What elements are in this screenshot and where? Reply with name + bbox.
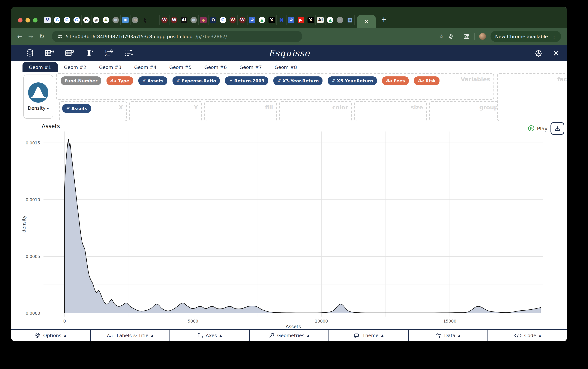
o-icon: O <box>210 17 216 23</box>
variable-pill-return.2009[interactable]: #Return.2009 <box>225 76 268 85</box>
variable-pill-x3.year.return[interactable]: #X3.Year.Return <box>273 76 323 85</box>
axes-collapse-button[interactable]: Axes▲ <box>170 330 250 341</box>
pinned-tab[interactable]: W <box>228 15 238 25</box>
pill-label: Fund.Number <box>64 78 97 83</box>
code-collapse-button[interactable]: Code▲ <box>488 330 567 341</box>
size-dropzone[interactable]: size <box>354 101 427 121</box>
pill-label: X3.Year.Return <box>283 78 319 83</box>
geom-tab-7[interactable]: Geom #7 <box>233 62 268 72</box>
bottom-collapse-bar: Options▲AaLabels & Title▲Axes▲Geometries… <box>11 329 567 341</box>
pinned-tab[interactable]: ▦ <box>345 15 355 25</box>
pinned-tab[interactable]: ♣ <box>101 15 111 25</box>
variables-dropzone[interactable]: Fund.NumberAaType#Assets#Expense.Ratio#R… <box>56 73 494 100</box>
address-bar[interactable]: 513a0d3b16f84f9f9871d793a7f53c85.app.pos… <box>52 31 302 42</box>
variable-pill-expense.ratio[interactable]: #Expense.Ratio <box>172 76 220 85</box>
pinned-tab[interactable]: ◆ <box>199 15 209 25</box>
play-button[interactable]: Play <box>528 125 547 131</box>
extensions-icon[interactable] <box>448 33 454 39</box>
chrome-update-button[interactable]: New Chrome available ⋮ <box>491 31 561 42</box>
pinned-tab[interactable]: X <box>306 15 316 25</box>
geom-tab-8[interactable]: Geom #8 <box>268 62 303 72</box>
svg-text:Assets: Assets <box>42 123 60 130</box>
download-plot-button[interactable] <box>550 122 564 135</box>
theme-collapse-button[interactable]: Theme▲ <box>329 330 409 341</box>
reload-button[interactable]: ↻ <box>39 33 44 40</box>
pinned-tab[interactable]: O <box>209 15 218 25</box>
pinned-tab[interactable]: ▣ <box>121 15 130 25</box>
group-dropzone[interactable]: group <box>429 101 502 121</box>
menu-kebab-icon[interactable]: ⋮ <box>552 33 556 39</box>
filter-data-icon[interactable]: 1 2 <box>104 49 114 57</box>
site-settings-icon[interactable] <box>57 33 63 39</box>
pinned-tab[interactable]: a <box>82 15 92 25</box>
zoom-window-button[interactable] <box>33 18 38 22</box>
variable-pill-assets[interactable]: #Assets <box>62 104 91 113</box>
pinned-tab[interactable]: W <box>238 15 248 25</box>
pinned-tab[interactable]: ⊕ <box>335 15 345 25</box>
fill-dropzone[interactable]: fill <box>204 101 277 121</box>
geom-tab-6[interactable]: Geom #6 <box>198 62 233 72</box>
pinned-tab[interactable]: ♔ <box>286 15 296 25</box>
forward-button[interactable]: → <box>28 33 33 40</box>
pinned-tab[interactable] <box>150 15 160 25</box>
pinned-tab[interactable]: G <box>72 15 82 25</box>
pill-label: Return.2009 <box>234 78 264 83</box>
pinned-tab[interactable]: ▲ <box>257 15 267 25</box>
pinned-tab[interactable]: ⊕ <box>111 15 121 25</box>
options-collapse-button[interactable]: Options▲ <box>11 330 91 341</box>
minimize-window-button[interactable] <box>25 18 30 22</box>
variable-pill-type[interactable]: AaType <box>106 76 133 85</box>
variable-pill-fund.number[interactable]: Fund.Number <box>61 76 101 85</box>
facet-dropzone[interactable]: facet <box>497 73 567 121</box>
pinned-tab[interactable]: N <box>277 15 286 25</box>
import-data-icon[interactable] <box>25 49 34 57</box>
create-column-icon[interactable] <box>85 49 94 57</box>
variable-pill-x5.year.return[interactable]: #X5.Year.Return <box>328 76 377 85</box>
back-button[interactable]: ← <box>17 33 22 40</box>
variable-pill-assets[interactable]: #Assets <box>138 76 167 85</box>
x-dropzone[interactable]: X#Assets <box>59 101 127 121</box>
geom-tab-2[interactable]: Geom #2 <box>58 62 93 72</box>
color-dropzone[interactable]: color <box>279 101 352 121</box>
geometries-collapse-button[interactable]: Geometries▲ <box>250 330 329 341</box>
data-collapse-button[interactable]: Data▲ <box>409 330 488 341</box>
settings-gear-icon[interactable] <box>534 49 543 58</box>
sort-data-icon[interactable] <box>125 49 134 57</box>
pinned-tab[interactable]: ξ <box>140 15 150 25</box>
pinned-tab[interactable]: ⊕ <box>189 15 199 25</box>
variable-pill-fees[interactable]: AaFees <box>382 76 409 85</box>
geom-tab-4[interactable]: Geom #4 <box>128 62 163 72</box>
close-tab-icon[interactable]: × <box>364 18 369 25</box>
tab-search-icon[interactable] <box>464 33 470 39</box>
y-dropzone[interactable]: Y <box>129 101 202 121</box>
pinned-tab[interactable]: W <box>160 15 169 25</box>
variable-pill-risk[interactable]: AaRisk <box>414 76 439 85</box>
pinned-tab[interactable]: ⊕ <box>130 15 140 25</box>
pinned-tab[interactable]: X <box>267 15 277 25</box>
pinned-tab[interactable]: G <box>218 15 228 25</box>
pinned-tab[interactable]: ♔ <box>248 15 257 25</box>
pinned-tab[interactable]: G <box>62 15 72 25</box>
pinned-tab[interactable]: AI <box>179 15 189 25</box>
profile-avatar[interactable] <box>479 33 486 40</box>
pinned-tab[interactable]: ◉ <box>92 15 101 25</box>
update-variables-icon[interactable] <box>65 49 75 57</box>
close-app-icon[interactable]: × <box>553 49 559 57</box>
geom-tab-1[interactable]: Geom #1 <box>22 62 58 72</box>
pinned-tab[interactable]: ▲ <box>326 15 335 25</box>
sliders-icon <box>436 333 441 338</box>
pinned-tab[interactable]: G <box>52 15 62 25</box>
active-tab[interactable]: × <box>357 15 376 28</box>
pinned-tab[interactable]: AI <box>316 15 326 25</box>
pinned-tab[interactable]: W <box>169 15 179 25</box>
close-window-button[interactable] <box>18 18 22 22</box>
pinned-tab[interactable]: ▶ <box>296 15 306 25</box>
new-tab-button[interactable]: + <box>381 15 387 23</box>
geom-tab-5[interactable]: Geom #5 <box>163 62 198 72</box>
geom-tab-3[interactable]: Geom #3 <box>93 62 128 72</box>
bookmark-star-icon[interactable]: ☆ <box>439 33 444 40</box>
labels-title-collapse-button[interactable]: AaLabels & Title▲ <box>91 330 170 341</box>
show-data-icon[interactable] <box>45 49 54 57</box>
pinned-tab[interactable]: V <box>43 15 52 25</box>
geom-selector-dropdown[interactable]: Density ▾ <box>23 75 53 119</box>
